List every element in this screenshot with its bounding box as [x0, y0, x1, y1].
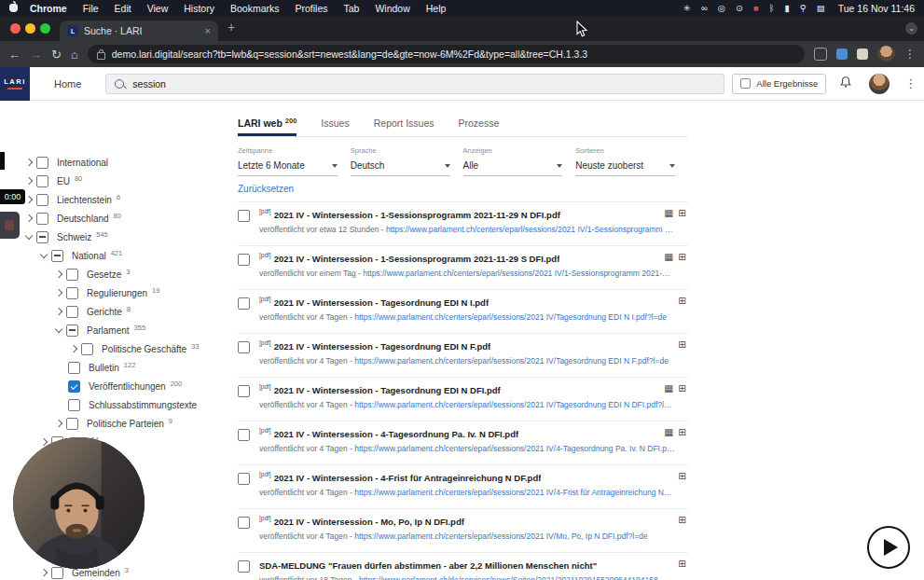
tree-label[interactable]: EU	[57, 176, 70, 186]
new-tab-button[interactable]: +	[228, 20, 235, 35]
tree-label[interactable]: Deutschland	[57, 214, 109, 224]
result-checkbox[interactable]	[238, 254, 250, 266]
chevron-down-icon[interactable]	[37, 249, 50, 262]
browser-tab[interactable]: L Suche · LARI ×	[60, 21, 218, 41]
chevron-right-icon[interactable]	[52, 286, 65, 299]
tab-prozesse[interactable]: Prozesse	[459, 117, 500, 136]
user-avatar[interactable]	[869, 74, 890, 94]
result-checkbox[interactable]	[238, 473, 250, 485]
app-menu-icon[interactable]: ⋮	[904, 76, 917, 90]
tree-label[interactable]: Liechtenstein	[57, 195, 112, 205]
tree-checkbox[interactable]	[66, 287, 78, 299]
search-box[interactable]	[105, 74, 724, 94]
tree-item-gemeinden[interactable]: Gemeinden3	[0, 563, 235, 580]
tree-item-eu[interactable]: EU80	[0, 172, 235, 190]
plus-icon[interactable]: ⊞	[678, 383, 686, 394]
result-link[interactable]: https://www.parlament.ch/de/services/new…	[359, 575, 666, 580]
tree-label[interactable]: Gerichte	[87, 307, 122, 317]
battery-icon[interactable]: ▮	[785, 4, 790, 13]
table-icon[interactable]: ▦	[664, 383, 673, 394]
tab-search-icon[interactable]: ⌄	[905, 22, 917, 35]
tree-item-e[interactable]: …e24	[0, 433, 235, 451]
filter-dropdown[interactable]: Alle	[463, 157, 563, 176]
menubar-clock[interactable]: Tue 16 Nov 11:46	[838, 3, 915, 14]
chevron-right-icon[interactable]	[52, 268, 65, 281]
tab-lari-web[interactable]: LARI web200	[238, 117, 297, 136]
chevron-right-icon[interactable]	[22, 212, 35, 225]
display-icon[interactable]: ◎	[718, 4, 725, 13]
plus-icon[interactable]: ⊞	[678, 339, 686, 350]
result-checkbox[interactable]	[238, 385, 250, 397]
plus-icon[interactable]: ⊞	[678, 515, 686, 525]
tree-item-ver-ffentlichungen[interactable]: Veröffentlichungen200	[0, 377, 235, 395]
tree-item-politische-parteien[interactable]: Politische Parteien9	[0, 414, 235, 433]
tree-item-politische-gesch-fte[interactable]: Politische Geschäfte33	[0, 339, 235, 358]
plus-icon[interactable]: ⊞	[678, 427, 686, 437]
tree-checkbox[interactable]	[36, 213, 48, 225]
menu-bookmarks[interactable]: Bookmarks	[230, 3, 280, 14]
result-title[interactable]: 2021 IV - Wintersession - 4-Tagesordnung…	[274, 429, 518, 439]
result-title[interactable]: 2021 IV - Wintersession - 1-Sessionsprog…	[274, 254, 560, 264]
result-link[interactable]: https://www.parlament.ch/centers/eparl/s…	[354, 356, 669, 366]
result-title[interactable]: SDA-MELDUNG "Frauen dürfen abstimmen - a…	[259, 560, 597, 571]
menu-file[interactable]: File	[83, 3, 99, 14]
back-icon[interactable]: ←	[8, 48, 21, 61]
chevron-right-icon[interactable]	[22, 156, 35, 169]
tree-item-liechtenstein[interactable]: Liechtenstein6	[0, 190, 235, 209]
control-center-icon[interactable]: ▤	[817, 4, 825, 13]
extension-icon-2[interactable]	[836, 48, 848, 60]
chevron-down-icon[interactable]	[52, 324, 65, 337]
tree-checkbox[interactable]	[68, 380, 80, 393]
reload-icon[interactable]: ↻	[51, 48, 62, 61]
menu-profiles[interactable]: Profiles	[295, 3, 327, 14]
tab-issues[interactable]: Issues	[321, 117, 349, 136]
tree-label[interactable]: International	[57, 158, 108, 168]
address-bar[interactable]: demo.lari.digital/search?tb=lwb&q=sessio…	[88, 45, 805, 63]
tree-checkbox[interactable]	[36, 231, 48, 243]
tree-checkbox[interactable]	[66, 325, 78, 337]
result-title[interactable]: 2021 IV - Wintersession - Tagesordnung E…	[274, 385, 501, 395]
tree-checkbox[interactable]	[66, 306, 78, 318]
tree-item-gerichte[interactable]: Gerichte8	[0, 302, 235, 321]
record-icon[interactable]: ⊙	[736, 4, 743, 13]
chevron-right-icon[interactable]	[67, 342, 80, 355]
tree-item-schlussabstimmungstexte[interactable]: Schlussabstimmungstexte	[0, 395, 235, 414]
result-link[interactable]: https://www.parlament.ch/centers/eparl/s…	[386, 225, 673, 234]
menu-history[interactable]: History	[184, 3, 214, 14]
recorder-edge-handle[interactable]	[0, 152, 5, 170]
filter-zeitspanne[interactable]: ZeitspanneLetzte 6 Monate	[238, 146, 338, 176]
tree-item-international[interactable]: International	[0, 153, 235, 172]
filter-dropdown[interactable]: Neuste zuoberst	[575, 157, 675, 176]
result-title[interactable]: 2021 IV - Wintersession - Mo, Po, Ip N D…	[274, 517, 464, 527]
tree-item-deutschland[interactable]: Deutschland80	[0, 209, 235, 228]
tree-checkbox[interactable]	[81, 343, 93, 355]
tree-label[interactable]: Politische Parteien	[87, 419, 164, 429]
plus-icon[interactable]: ⊞	[678, 208, 686, 218]
tree-label[interactable]: Gemeinden	[72, 568, 120, 578]
menu-tab[interactable]: Tab	[343, 3, 359, 14]
table-icon[interactable]: ▦	[664, 208, 673, 218]
tree-item-national[interactable]: National421	[0, 246, 235, 265]
tree-checkbox[interactable]	[36, 194, 48, 206]
filter-anzeigen[interactable]: AnzeigenAlle	[463, 146, 563, 176]
spotlight-icon[interactable]: ⚲	[800, 4, 807, 13]
menu-chrome[interactable]: Chrome	[30, 3, 67, 14]
result-checkbox[interactable]	[238, 210, 250, 222]
result-checkbox[interactable]	[238, 429, 250, 441]
tree-checkbox[interactable]	[36, 175, 48, 187]
tree-checkbox[interactable]	[66, 269, 78, 281]
tree-label[interactable]: Schlussabstimmungstexte	[89, 400, 197, 410]
reset-filters-link[interactable]: Zurücksetzen	[238, 184, 294, 194]
result-link[interactable]: https://www.parlament.ch/centers/eparl/s…	[354, 532, 647, 541]
result-link[interactable]: https://www.parlament.ch/centers/eparl/s…	[363, 269, 669, 278]
onepassword-icon[interactable]: ■	[753, 4, 759, 13]
filter-sprache[interactable]: SpracheDeutsch	[351, 146, 450, 176]
tree-checkbox[interactable]	[51, 567, 63, 579]
tree-checkbox[interactable]	[66, 418, 78, 430]
result-checkbox[interactable]	[238, 517, 250, 529]
search-input[interactable]	[132, 78, 715, 90]
home-icon[interactable]: ⌂	[71, 48, 78, 61]
tree-checkbox[interactable]	[68, 362, 80, 374]
tab-report-issues[interactable]: Report Issues	[374, 117, 434, 136]
recorder-widget[interactable]	[0, 212, 20, 239]
